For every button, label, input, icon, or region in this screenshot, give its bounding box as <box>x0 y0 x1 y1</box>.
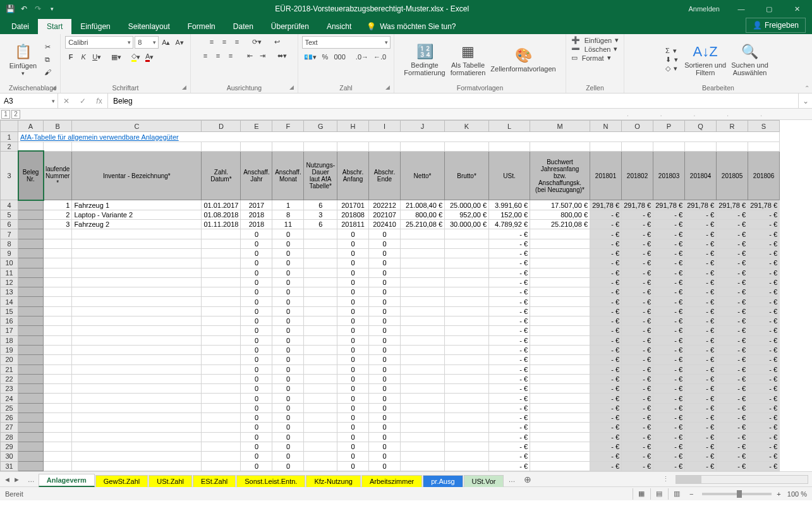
merge-button[interactable]: ⬌▾ <box>276 50 289 61</box>
row-header-3[interactable]: 3 <box>1 151 18 200</box>
orientation-button[interactable]: ⟳▾ <box>250 36 264 47</box>
dialog-launcher-icon[interactable]: ◢ <box>52 84 56 90</box>
tab-split-icon[interactable]: ⋮ <box>662 475 669 483</box>
formula-input[interactable]: Beleg <box>108 93 798 108</box>
col-header-J[interactable]: J <box>401 121 445 132</box>
fill-color-button[interactable]: ◇▾ <box>130 51 142 63</box>
sheet-tab-kfz-nutzung[interactable]: Kfz-Nutzung <box>306 475 361 487</box>
row-header-31[interactable]: 31 <box>1 461 18 471</box>
maximize-button[interactable]: ▢ <box>756 0 782 18</box>
align-right-button[interactable]: ≡ <box>225 50 236 61</box>
delete-cells-button[interactable]: ➖ Löschen ▾ <box>571 45 618 53</box>
paste-button[interactable]: 📋 Einfügen ▾ <box>7 41 39 78</box>
row-header-18[interactable]: 18 <box>1 335 18 345</box>
row-header-1[interactable]: 1 <box>1 132 18 142</box>
horizontal-scrollbar[interactable] <box>676 475 808 484</box>
row-header-25[interactable]: 25 <box>1 403 18 413</box>
expand-formula-bar-icon[interactable]: ⌄ <box>798 93 812 108</box>
row-header-19[interactable]: 19 <box>1 345 18 354</box>
redo-icon[interactable]: ↷ <box>33 4 43 14</box>
col-header-S[interactable]: S <box>748 121 780 132</box>
spreadsheet-area[interactable]: ABCDEFGHIJKLMNOPQRS1AfA-Tabelle für allg… <box>0 120 812 471</box>
decrease-font-button[interactable]: A▾ <box>174 37 186 48</box>
sheet-tab-ust-vor[interactable]: USt.Vor <box>464 475 504 487</box>
col-header-Q[interactable]: Q <box>685 121 717 132</box>
close-button[interactable]: ✕ <box>784 0 809 18</box>
row-header-9[interactable]: 9 <box>1 248 18 258</box>
conditional-formatting-button[interactable]: 🔢Bedingte Formatierung <box>401 40 447 78</box>
sheet-tab-pr-ausg[interactable]: pr.Ausg <box>423 475 463 487</box>
accept-formula-icon[interactable]: ✓ <box>75 97 91 105</box>
table-header[interactable]: Abschr. Ende <box>369 151 401 200</box>
zoom-level[interactable]: 100 % <box>787 490 807 498</box>
decrease-indent-button[interactable]: ⇤ <box>244 50 255 61</box>
tab-nav-prev-icon[interactable]: ► <box>13 476 20 483</box>
align-left-button[interactable]: ≡ <box>200 50 211 61</box>
zoom-out-button[interactable]: − <box>689 490 693 498</box>
ribbon-tab-daten[interactable]: Daten <box>224 19 262 34</box>
ribbon-tab-formeln[interactable]: Formeln <box>179 19 224 34</box>
underline-button[interactable]: U▾ <box>90 51 103 63</box>
borders-button[interactable]: ▦▾ <box>109 51 123 63</box>
increase-decimal-button[interactable]: .0→ <box>354 51 370 63</box>
row-header-14[interactable]: 14 <box>1 297 18 306</box>
row-header-15[interactable]: 15 <box>1 306 18 316</box>
col-header-M[interactable]: M <box>530 121 590 132</box>
dialog-launcher-icon[interactable]: ◢ <box>385 84 390 90</box>
find-select-button[interactable]: 🔍Suchen und Auswählen <box>729 40 771 78</box>
number-format-combo[interactable]: Text <box>302 36 391 49</box>
table-header[interactable]: 201806 <box>748 151 780 200</box>
col-header-P[interactable]: P <box>653 121 685 132</box>
cell-styles-button[interactable]: 🎨Zellenformatvorlagen <box>488 44 558 75</box>
table-header[interactable]: 201804 <box>685 151 717 200</box>
autosum-button[interactable]: Σ ▾ <box>665 47 677 55</box>
outline-level-1[interactable]: 1 <box>1 110 10 119</box>
sheet-tab-arbeitszimmer[interactable]: Arbeitszimmer <box>361 475 422 487</box>
row-header-10[interactable]: 10 <box>1 258 18 268</box>
collapse-ribbon-icon[interactable]: ⌃ <box>804 85 809 92</box>
table-header[interactable]: Netto* <box>401 151 445 200</box>
select-all-corner[interactable] <box>1 121 18 132</box>
outline-level-2[interactable]: 2 <box>11 110 20 119</box>
increase-indent-button[interactable]: ⇥ <box>257 50 268 61</box>
table-header[interactable]: Beleg Nr. <box>18 151 44 200</box>
page-layout-view-button[interactable]: ▤ <box>650 488 668 500</box>
row-header-27[interactable]: 27 <box>1 423 18 432</box>
minimize-button[interactable]: — <box>729 0 754 18</box>
italic-button[interactable]: K <box>78 51 89 63</box>
insert-cells-button[interactable]: ➕ Einfügen ▾ <box>571 36 619 44</box>
align-middle-button[interactable]: ≡ <box>219 36 230 47</box>
row-header-6[interactable]: 6 <box>1 220 18 229</box>
col-header-O[interactable]: O <box>622 121 653 132</box>
table-header[interactable]: Abschr. Anfang <box>337 151 369 200</box>
name-box[interactable]: A3 <box>0 93 58 108</box>
sheet-tab-anlageverm[interactable]: Anlageverm <box>39 474 95 487</box>
wrap-text-button[interactable]: ↩ <box>271 36 282 47</box>
table-header[interactable]: USt. <box>489 151 530 200</box>
row-header-23[interactable]: 23 <box>1 384 18 394</box>
table-header[interactable]: Anschaff. Jahr <box>241 151 272 200</box>
font-size-combo[interactable]: 8 <box>135 36 159 49</box>
col-header-C[interactable]: C <box>72 121 202 132</box>
row-header-12[interactable]: 12 <box>1 277 18 287</box>
ribbon-tab-einfügen[interactable]: Einfügen <box>71 19 119 34</box>
tell-me-search[interactable]: 💡 Was möchten Sie tun? <box>360 19 462 34</box>
align-bottom-button[interactable]: ≡ <box>231 36 243 47</box>
row-header-5[interactable]: 5 <box>1 210 18 219</box>
row-header-30[interactable]: 30 <box>1 452 18 461</box>
fill-button[interactable]: ⬇ ▾ <box>665 56 678 64</box>
dialog-launcher-icon[interactable]: ◢ <box>289 84 294 90</box>
ribbon-tab-ansicht[interactable]: Ansicht <box>318 19 360 34</box>
table-header[interactable]: Brutto* <box>445 151 489 200</box>
table-header[interactable]: 201802 <box>622 151 653 200</box>
table-header[interactable]: Anschaff. Monat <box>272 151 304 200</box>
zoom-in-button[interactable]: + <box>777 490 780 498</box>
tab-overflow-left[interactable]: … <box>24 476 39 483</box>
row-header-28[interactable]: 28 <box>1 432 18 442</box>
table-header[interactable]: Buchwert Jahresanfang bzw. Anschaffungsk… <box>530 151 590 200</box>
bold-button[interactable]: F <box>65 51 76 63</box>
table-header[interactable]: Nutzungs- Dauer laut AfA Tabelle* <box>304 151 337 200</box>
row-header-2[interactable]: 2 <box>1 142 18 151</box>
table-header[interactable]: Zahl. Datum* <box>202 151 241 200</box>
col-header-H[interactable]: H <box>337 121 369 132</box>
